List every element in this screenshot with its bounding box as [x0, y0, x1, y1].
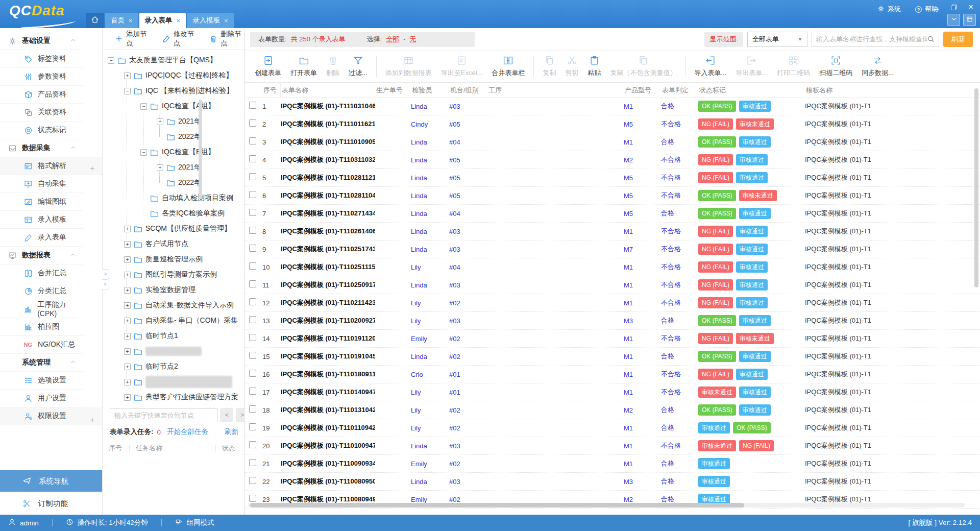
tree-node[interactable]: + — [124, 344, 202, 359]
row-checkbox[interactable] — [249, 137, 256, 144]
sidebar-item[interactable]: 编辑图纸 — [0, 193, 83, 211]
select-none-link[interactable]: 无 — [410, 35, 416, 44]
sidebar-item[interactable]: 自动采集 — [0, 175, 83, 193]
sidebar-item[interactable]: 权限设置 — [0, 407, 102, 425]
table-row[interactable]: 14IPQC案例模板 (01)-T110191120Emily#02M1不合格N… — [245, 330, 980, 348]
close-icon[interactable]: × — [177, 17, 181, 25]
sidebar-item[interactable]: 录入表单 — [0, 229, 83, 247]
tree-scrollbar[interactable] — [199, 100, 202, 199]
node-toolbar-button-0[interactable]: 添加节点 — [115, 30, 150, 48]
sidebar-item[interactable]: 柏拉图 — [0, 318, 83, 336]
row-checkbox[interactable] — [249, 191, 256, 198]
sidebar-pin-plus-icon[interactable]: + — [90, 164, 94, 173]
tree-node[interactable]: 各类IQC检验单案例 — [140, 206, 225, 221]
table-row[interactable]: 1IPQC案例模板 (01)-T11103104638Linda#03M1合格O… — [245, 98, 980, 115]
sidebar-item[interactable]: 格式解析 — [0, 157, 102, 175]
table-row[interactable]: 6IPQC案例模板 (01)-T11028110409Linda#05M5不合格… — [245, 187, 980, 205]
row-checkbox[interactable] — [249, 459, 256, 466]
table-row[interactable]: 22IPQC案例模板 (01)-T110080950Linda#03M3合格审核… — [245, 473, 980, 491]
tree-expander-icon[interactable]: + — [124, 287, 131, 294]
tree-expander-icon[interactable]: + — [124, 318, 131, 324]
row-checkbox[interactable] — [249, 209, 256, 216]
column-header[interactable]: 序号 — [262, 83, 281, 98]
tree-expander-icon[interactable]: + — [124, 272, 131, 278]
tree-node[interactable]: +自动采集-数据文件导入示例 — [124, 298, 234, 313]
sidebar-pin-plus-icon[interactable]: + — [90, 416, 94, 424]
sidebar-group-0[interactable]: 基础设置 — [0, 32, 83, 50]
toolbar-button-3[interactable]: 过滤... — [344, 55, 372, 78]
row-checkbox[interactable] — [249, 352, 256, 359]
tree-node[interactable]: 2022年 — [157, 129, 201, 144]
tree-node[interactable]: +图纸引导测量方案示例 — [124, 267, 217, 282]
row-checkbox[interactable] — [249, 119, 256, 127]
sidebar-item-system-navigation[interactable]: 系统导航 — [0, 470, 102, 492]
table-row[interactable]: 13IPQC案例模板 (01)-T11020092739Lily#03M3合格O… — [245, 312, 980, 330]
tree-expander-icon[interactable]: + — [124, 348, 131, 355]
row-checkbox[interactable] — [249, 423, 256, 430]
table-row[interactable]: 10IPQC案例模板 (01)-T11025111523Lily#04M1不合格… — [245, 258, 980, 276]
table-row[interactable]: 7IPQC案例模板 (01)-T11027143400Linda#04M5合格O… — [245, 205, 980, 223]
sidebar-item[interactable]: 选项设置 — [0, 372, 83, 390]
tree-expander-icon[interactable]: + — [124, 241, 131, 248]
column-header[interactable]: 检验员 — [411, 86, 449, 95]
row-checkbox[interactable] — [249, 155, 256, 162]
close-icon[interactable]: × — [129, 17, 133, 25]
column-header[interactable]: 模板名称 — [805, 86, 980, 95]
toolbar-button-0[interactable]: 创建表单 — [250, 55, 286, 78]
tree-node[interactable]: +客户试用节点 — [124, 236, 188, 252]
tree-expander-icon[interactable]: + — [124, 302, 131, 309]
layout-button[interactable] — [963, 14, 976, 26]
row-checkbox[interactable] — [249, 316, 256, 323]
row-checkbox[interactable] — [249, 298, 256, 305]
find-prev-button[interactable]: < — [220, 408, 233, 422]
table-row[interactable]: 8IPQC案例模板 (01)-T11026140634Linda#03M1不合格… — [245, 223, 980, 240]
tree-node[interactable]: 自动填入检测项目案例 — [140, 190, 233, 206]
vertical-scrollbar-thumb[interactable] — [974, 88, 978, 287]
minimize-button[interactable] — [932, 3, 940, 11]
tree-expander-icon[interactable]: + — [157, 164, 163, 171]
row-checkbox[interactable] — [249, 477, 256, 484]
close-icon[interactable]: × — [224, 17, 228, 25]
tree-node[interactable]: −IQC检查【A组】 — [140, 99, 215, 114]
column-header[interactable]: 工序 — [487, 86, 624, 95]
refresh-button[interactable]: 刷新 — [943, 32, 973, 47]
tree-node[interactable]: +质量巡检管理示例 — [124, 252, 203, 267]
table-row[interactable]: 19IPQC案例模板 (01)-T110110942Lily#02M1合格审核通… — [245, 419, 980, 437]
tree-node[interactable]: +实验室数据管理 — [124, 282, 195, 298]
sidebar-item[interactable]: 状态标记 — [0, 122, 83, 139]
tree-expander-icon[interactable]: − — [140, 103, 147, 110]
select-all-link[interactable]: 全部 — [386, 35, 399, 44]
sidebar-item[interactable]: 合并汇总 — [0, 264, 83, 282]
tab-2[interactable]: 录入模板× — [187, 13, 234, 28]
tree-expander-icon[interactable]: + — [124, 73, 131, 79]
system-menu[interactable]: 系统 — [877, 5, 901, 14]
toolbar-button-1[interactable]: 打开表单 — [286, 55, 322, 78]
table-row[interactable]: 9IPQC案例模板 (01)-T11025174330Linda#03M7不合格… — [245, 240, 980, 258]
column-header[interactable]: 机台/组别 — [449, 86, 487, 95]
sidebar-item[interactable]: 关联资料 — [0, 104, 83, 122]
expand-panel-button[interactable]: > — [102, 269, 109, 279]
sidebar-item[interactable]: NGNG/OK汇总 — [0, 336, 83, 354]
tree-expander-icon[interactable]: + — [124, 256, 131, 263]
tree-node[interactable]: −IQC检查【B组】 — [140, 144, 215, 160]
table-row[interactable]: 2IPQC案例模板 (01)-T11101162130Cindy#05M5不合格… — [245, 115, 980, 133]
tree-node[interactable]: −太友质量管理平台【QMS】 — [108, 53, 217, 68]
table-row[interactable]: 11IPQC案例模板 (01)-T11025091752Linda#03M1不合… — [245, 276, 980, 294]
table-row[interactable]: 20IPQC案例模板 (01)-T110100947Linda#03M1不合格审… — [245, 437, 980, 455]
toolbar-button-7[interactable]: 合并表单栏 — [487, 55, 529, 78]
row-checkbox[interactable] — [249, 495, 256, 502]
table-row[interactable]: 4IPQC案例模板 (01)-T110311032Linda#05M2不合格NG… — [245, 151, 980, 169]
table-row[interactable]: 16IPQC案例模板 (01)-T110180911Crlo#01M1不合格NG… — [245, 366, 980, 383]
sidebar-group-2[interactable]: 数据报表 — [0, 247, 83, 264]
tree-node[interactable]: +2021年 — [157, 114, 201, 129]
sidebar-item[interactable]: 工序能力(CPK) — [0, 300, 83, 318]
tree-node[interactable]: +2021年 — [157, 160, 201, 175]
column-header[interactable]: 生产单号 — [375, 86, 411, 95]
sidebar-item-custom-functions[interactable]: 订制功能 — [0, 494, 102, 514]
tree-expander-icon[interactable]: + — [157, 118, 163, 125]
row-checkbox[interactable] — [249, 370, 256, 377]
tree-expander-icon[interactable]: + — [124, 364, 131, 370]
tree-node[interactable]: +典型客户行业供应链管理方案 — [124, 390, 238, 405]
column-header[interactable]: 产品型号 — [624, 86, 661, 95]
table-row[interactable]: 3IPQC案例模板 (01)-T11101090529Linda#04M1合格O… — [245, 133, 980, 151]
